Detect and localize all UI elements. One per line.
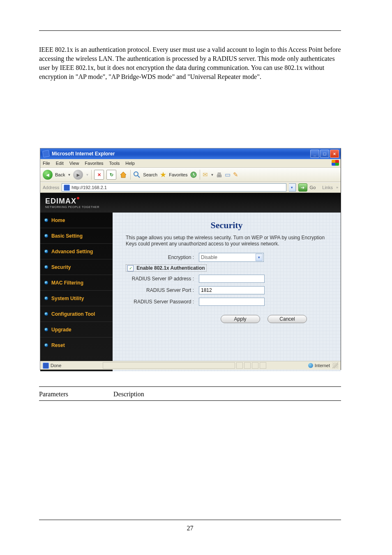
menu-tools[interactable]: Tools [109,161,120,166]
encryption-label: Encryption : [126,251,196,264]
nav-mac-filtering[interactable]: MAC Filtering [40,275,113,291]
print-icon[interactable]: 🖶 [216,171,222,178]
minimize-button[interactable]: _ [310,150,319,158]
home-button[interactable] [119,170,128,179]
radius-password-label: RADIUS Server Password : [126,296,196,308]
favorites-icon[interactable]: ★ [160,170,166,179]
address-url: http://192.168.2.1 [71,185,107,190]
page-icon [64,185,70,191]
nav-reset[interactable]: Reset [40,338,113,353]
discuss-icon[interactable]: ✎ [233,171,238,178]
nav-configuration-tool[interactable]: Configuration Tool [40,306,113,322]
nav-security[interactable]: Security [40,259,113,275]
bullet-icon [44,234,48,238]
address-dropdown[interactable]: ▾ [289,183,296,192]
nav-label: Home [51,217,65,223]
bullet-icon [44,312,48,316]
bullet-icon [44,218,48,222]
menu-edit[interactable]: Edit [56,161,64,166]
enable-8021x-label: Enable 802.1x Authentication [136,265,205,271]
brand-name: EDIMAX [45,197,76,205]
forward-button[interactable]: ► [73,170,83,180]
nav-label: Upgrade [51,327,71,333]
table-header: ParametersDescription [39,390,341,399]
go-button[interactable]: ➔ [298,183,307,192]
brand-dot-icon [77,197,79,199]
svg-line-1 [138,176,140,178]
nav-label: Advanced Setting [51,249,93,254]
bullet-icon [44,343,48,347]
bullet-icon [44,296,48,300]
maximize-button[interactable]: □ [320,150,329,158]
nav-label: Reset [51,342,65,348]
sidebar: Home Basic Setting Advanced Setting Secu… [40,213,113,371]
search-label[interactable]: Search [143,172,157,177]
bullet-icon [44,265,48,269]
links-label[interactable]: Links [322,185,333,190]
address-label: Address [43,185,59,190]
bullet-icon [44,281,48,284]
radius-port-label: RADIUS Server Port : [126,284,196,296]
ie-icon [42,150,50,157]
encryption-select[interactable]: Disable ▾ [199,253,264,262]
refresh-button[interactable]: ↻ [106,170,116,180]
cancel-button[interactable]: Cancel [267,315,307,323]
favorites-label[interactable]: Favorites [169,172,187,177]
nav-label: Basic Setting [51,233,83,239]
nav-basic-setting[interactable]: Basic Setting [40,228,113,244]
edit-icon[interactable]: ▭ [225,171,231,178]
address-input[interactable]: http://192.168.2.1 [62,183,286,192]
page-number: 27 [39,524,341,533]
svg-point-0 [134,172,138,176]
radius-ip-input[interactable] [199,275,265,283]
window-title: Microsoft Internet Explorer [52,151,115,157]
title-bar: Microsoft Internet Explorer _ □ × [40,148,341,159]
back-label[interactable]: Back [55,172,65,177]
nav-label: Configuration Tool [51,311,95,317]
nav-label: MAC Filtering [51,280,83,286]
nav-label: System Utility [51,296,84,301]
radius-password-input[interactable] [199,298,265,306]
enable-8021x-checkbox[interactable]: ✓ [127,265,134,271]
address-bar: Address http://192.168.2.1 ▾ ➔ Go Links … [40,182,341,193]
bullet-icon [44,250,48,253]
status-bar: Done Internet [40,361,341,370]
section-title: Security [122,220,332,231]
search-icon[interactable] [133,171,141,178]
security-zone: Internet [308,363,330,368]
menu-file[interactable]: File [43,161,50,166]
intro-paragraph: IEEE 802.1x is an authentication protoco… [39,45,341,81]
status-text: Done [51,363,61,368]
history-icon[interactable] [190,171,197,178]
go-label: Go [310,185,316,190]
nav-system-utility[interactable]: System Utility [40,291,113,306]
mail-icon[interactable]: ✉ [203,171,208,178]
back-button[interactable]: ◄ [43,170,53,180]
main-content: Security This page allows you setup the … [113,213,341,371]
menu-help[interactable]: Help [125,161,135,166]
brand-tagline: NETWORKING PEOPLE TOGETHER [45,206,99,208]
page-icon [43,363,49,369]
radius-port-input[interactable] [199,286,265,294]
apply-button[interactable]: Apply [221,315,260,323]
bullet-icon [44,328,48,331]
nav-home[interactable]: Home [40,213,113,228]
nav-label: Security [51,264,71,270]
nav-upgrade[interactable]: Upgrade [40,322,113,338]
menu-favorites[interactable]: Favorites [85,161,103,166]
toolbar: ◄ Back ▼ ► ▼ ✕ ↻ Search ★ Favorites ✉ ▼ [40,168,341,182]
encryption-value: Disable [201,254,217,260]
close-button[interactable]: × [330,150,339,158]
section-description: This page allows you setup the wireless … [126,235,332,247]
security-form: Encryption : Disable ▾ ✓ [126,251,267,308]
nav-advanced-setting[interactable]: Advanced Setting [40,244,113,259]
zone-label: Internet [315,363,330,368]
resize-grip-icon[interactable] [332,363,338,368]
radius-ip-label: RADIUS Server IP address : [126,273,196,284]
stop-button[interactable]: ✕ [94,170,104,180]
menu-view[interactable]: View [69,161,79,166]
menu-bar: File Edit View Favorites Tools Help [40,159,341,168]
ie-window: Microsoft Internet Explorer _ □ × File E… [40,148,341,370]
brand-bar: EDIMAX NETWORKING PEOPLE TOGETHER [40,193,341,213]
chevron-down-icon: ▾ [256,254,263,261]
